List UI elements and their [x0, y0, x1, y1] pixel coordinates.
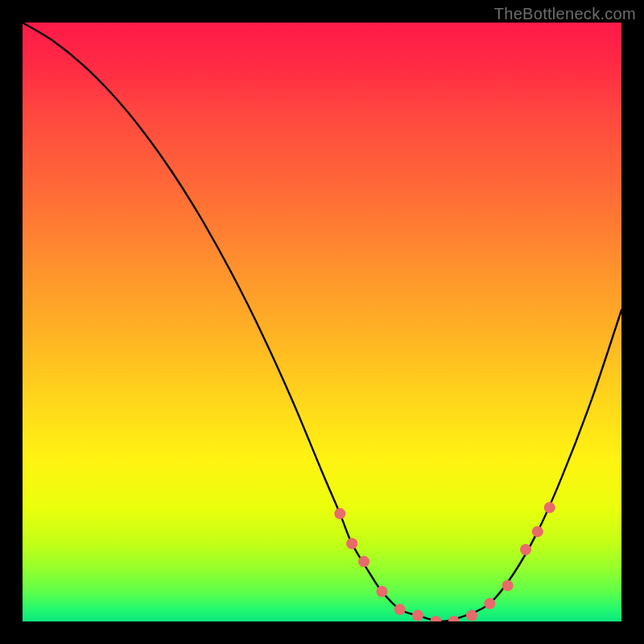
chart-plot-area [23, 23, 621, 621]
highlight-dot [448, 616, 460, 621]
highlight-dot [430, 616, 441, 621]
bottleneck-curve-line [23, 23, 621, 621]
highlight-dot [484, 598, 495, 609]
watermark-text: TheBottleneck.com [494, 5, 636, 23]
highlight-dot [532, 526, 543, 537]
highlight-dot [544, 502, 555, 514]
highlight-dot [394, 604, 406, 615]
chart-svg [23, 23, 621, 621]
outer-frame: TheBottleneck.com [0, 0, 644, 644]
highlight-dot [346, 538, 357, 549]
highlight-dot [334, 508, 345, 519]
highlight-dot [358, 556, 369, 568]
highlight-dot [520, 544, 531, 555]
highlight-dot [502, 580, 514, 591]
highlight-dot [376, 586, 387, 597]
highlight-dot [412, 610, 423, 621]
highlight-dot [466, 610, 477, 621]
